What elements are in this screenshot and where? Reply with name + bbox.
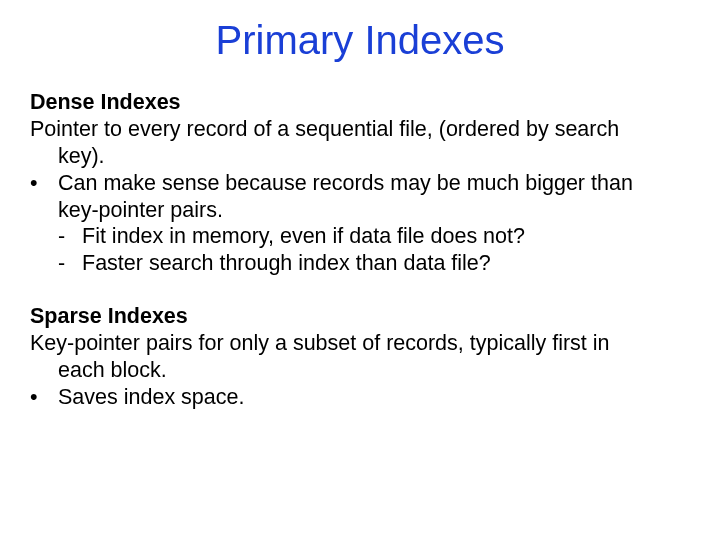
dense-bullet: • Can make sense because records may be … [30,170,690,197]
dense-dash1-text: Fit index in memory, even if data file d… [82,223,690,250]
sparse-bullet: • Saves index space. [30,384,690,411]
section-gap [30,277,690,303]
dense-intro-line1: Pointer to every record of a sequential … [30,116,690,143]
sparse-intro-line2: each block. [30,357,690,384]
slide: Primary Indexes Dense Indexes Pointer to… [0,0,720,540]
slide-body: Dense Indexes Pointer to every record of… [30,89,690,411]
bullet-icon: • [30,384,58,411]
sparse-intro-line1: Key-pointer pairs for only a subset of r… [30,330,690,357]
dense-intro-line2: key). [30,143,690,170]
dense-dash2: - Faster search through index than data … [30,250,690,277]
sparse-bullet-text: Saves index space. [58,384,690,411]
dense-bullet-line2: key-pointer pairs. [30,197,690,224]
dense-bullet-line1: Can make sense because records may be mu… [58,170,690,197]
dash-icon: - [58,250,82,277]
sparse-heading: Sparse Indexes [30,303,690,330]
dense-dash2-text: Faster search through index than data fi… [82,250,690,277]
dense-heading: Dense Indexes [30,89,690,116]
dash-icon: - [58,223,82,250]
dense-dash1: - Fit index in memory, even if data file… [30,223,690,250]
bullet-icon: • [30,170,58,197]
slide-title: Primary Indexes [30,18,690,63]
